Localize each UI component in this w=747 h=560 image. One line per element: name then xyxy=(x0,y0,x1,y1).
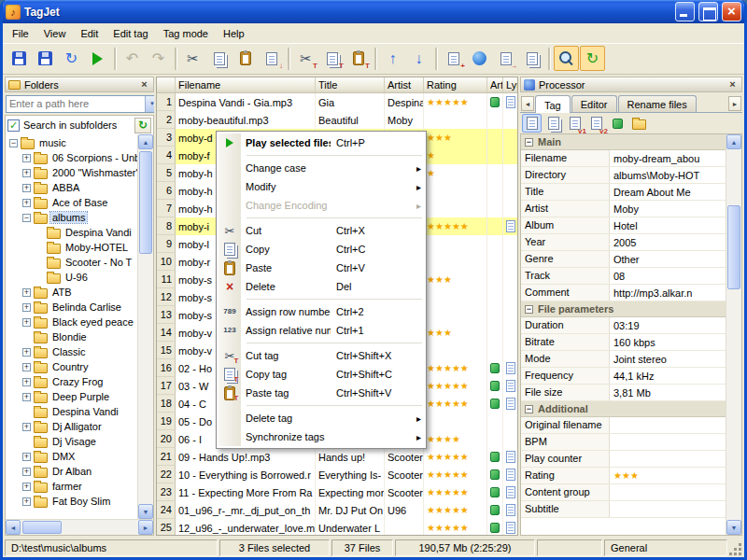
tree-item[interactable]: +DMX xyxy=(6,449,137,464)
web-button[interactable] xyxy=(467,46,492,71)
expand-toggle-icon[interactable]: + xyxy=(22,184,31,192)
section-main[interactable]: Main xyxy=(521,134,726,150)
copy-button[interactable] xyxy=(206,46,232,71)
menu-item-change-case[interactable]: Change case xyxy=(218,159,424,177)
tabs-scroll-left-icon[interactable] xyxy=(521,96,534,111)
move-up-button[interactable]: ↑ xyxy=(380,46,405,71)
field-value[interactable] xyxy=(610,434,726,450)
scroll-right-icon[interactable] xyxy=(138,520,153,535)
menu-item-play-selected-files[interactable]: Play selected filesCtrl+P xyxy=(218,133,424,152)
id3v2-button[interactable]: v2 xyxy=(586,114,606,133)
file-view-button[interactable] xyxy=(522,114,542,133)
field-value[interactable]: 160 kbps xyxy=(610,334,726,350)
redo-button[interactable]: ↷ xyxy=(146,46,171,71)
menu-edit-tag[interactable]: Edit tag xyxy=(106,25,155,42)
field-value[interactable]: Hotel xyxy=(610,217,726,233)
tree-vertical-scrollbar[interactable] xyxy=(137,134,153,519)
close-button[interactable] xyxy=(722,2,741,21)
menu-item-cut-tag[interactable]: ✂TCut tagCtrl+Shift+X xyxy=(218,346,424,365)
folder-view-button[interactable] xyxy=(629,114,649,133)
menu-help[interactable]: Help xyxy=(216,25,252,42)
tree-item[interactable]: +Belinda Carlise xyxy=(6,300,137,315)
col-art[interactable]: Art xyxy=(487,77,503,92)
cut-button[interactable]: ✂ xyxy=(180,46,205,71)
cut-tag-button[interactable]: ✂T xyxy=(293,46,318,71)
tree-item[interactable]: U-96 xyxy=(6,270,137,285)
expand-toggle-icon[interactable]: + xyxy=(22,393,31,401)
menu-item-cut[interactable]: ✂CutCtrl+X xyxy=(218,221,424,240)
table-row[interactable]: 2401_u96_r-_mr._dj_put_on_thMr. DJ Put O… xyxy=(157,501,517,519)
menu-item-change-encoding[interactable]: Change Encoding xyxy=(218,196,424,215)
collapse-icon[interactable] xyxy=(525,405,533,413)
tabs-scroll-right-icon[interactable] xyxy=(728,96,741,111)
tree-item[interactable]: Despina Vandi xyxy=(6,225,137,240)
expand-toggle-icon[interactable]: − xyxy=(22,214,31,222)
field-value[interactable]: albums\Moby-HOT xyxy=(610,167,726,183)
field-value[interactable]: 03:19 xyxy=(610,317,726,333)
paste-button[interactable] xyxy=(233,46,258,71)
tree-item[interactable]: +Deep Purple xyxy=(6,389,137,404)
tree-item[interactable]: +06 Scorpions - Unb xyxy=(6,150,137,165)
search-button[interactable] xyxy=(554,46,579,71)
tree-item[interactable]: Moby-HOTEL xyxy=(6,240,137,255)
field-value[interactable] xyxy=(610,501,726,517)
scroll-down-icon[interactable] xyxy=(138,504,153,519)
expand-toggle-icon[interactable]: + xyxy=(22,483,31,491)
album-art-button[interactable] xyxy=(608,114,627,133)
report-button[interactable] xyxy=(519,46,544,71)
paste-file-button[interactable]: ↓ xyxy=(259,46,284,71)
scroll-up-icon[interactable] xyxy=(726,134,741,149)
table-row[interactable]: 2311 - Expecting More From RaExpecting m… xyxy=(157,483,517,501)
scroll-left-icon[interactable] xyxy=(6,520,21,535)
col-filename[interactable]: Filename xyxy=(176,77,316,92)
undo-button[interactable]: ↶ xyxy=(120,46,145,71)
tree-item[interactable]: +Black eyed peace xyxy=(6,315,137,329)
scroll-thumb[interactable] xyxy=(727,205,740,289)
menu-item-paste[interactable]: PasteCtrl+V xyxy=(218,259,424,277)
tree-item[interactable]: +ABBA xyxy=(6,180,137,195)
menu-view[interactable]: View xyxy=(36,25,74,42)
playlist-button[interactable]: + xyxy=(441,46,466,71)
tree-item[interactable]: +farmer xyxy=(6,479,137,494)
expand-toggle-icon[interactable]: + xyxy=(22,318,31,327)
section-additional[interactable]: Additional xyxy=(521,401,726,417)
expand-toggle-icon[interactable]: + xyxy=(22,199,31,207)
save-all-button[interactable] xyxy=(33,46,58,71)
tree-item[interactable]: +Dj Alligator xyxy=(6,419,137,434)
scroll-down-icon[interactable] xyxy=(726,520,741,535)
field-value[interactable]: Other xyxy=(610,251,726,267)
scroll-thumb[interactable] xyxy=(139,151,152,254)
field-value[interactable]: http://mp3.alkar.n xyxy=(610,285,726,301)
tree-item[interactable]: Despina Vandi xyxy=(6,404,137,419)
expand-toggle-icon[interactable]: + xyxy=(22,363,31,371)
processor-close-icon[interactable] xyxy=(726,78,739,91)
copy-tag-button[interactable]: T xyxy=(319,46,345,71)
tab-tag[interactable]: Tag xyxy=(535,95,571,113)
field-value[interactable]: ★★★ xyxy=(610,468,726,483)
menu-item-synchronize-tags[interactable]: Synchronize tags xyxy=(218,427,424,446)
table-row[interactable]: 2moby-beautiful.mp3BeautifulMoby xyxy=(157,111,517,129)
collapse-icon[interactable] xyxy=(525,138,533,147)
refresh-folders-button[interactable] xyxy=(134,118,151,133)
expand-toggle-icon[interactable]: + xyxy=(22,169,31,177)
field-value[interactable] xyxy=(610,417,726,433)
field-value[interactable]: Joint stereo xyxy=(610,351,726,367)
menu-item-assign-relative-number[interactable]: 123Assign relative numberCtrl+1 xyxy=(218,321,424,340)
menu-item-modify[interactable]: Modify xyxy=(218,177,424,196)
tree-item[interactable]: Scooter - No T xyxy=(6,255,137,270)
field-value[interactable]: 3,81 Mb xyxy=(610,385,726,400)
path-dropdown-icon[interactable] xyxy=(145,96,154,112)
menu-item-delete[interactable]: ×DeleteDel xyxy=(218,277,424,296)
field-value[interactable]: 44,1 kHz xyxy=(610,368,726,384)
tree-item[interactable]: −albums xyxy=(6,210,137,225)
menu-edit[interactable]: Edit xyxy=(73,25,106,42)
tab-editor[interactable]: Editor xyxy=(571,95,617,112)
scroll-up-icon[interactable] xyxy=(138,134,153,149)
move-down-button[interactable]: ↓ xyxy=(406,46,431,71)
field-value[interactable]: moby-dream_abou xyxy=(610,150,726,166)
field-value[interactable]: 2005 xyxy=(610,234,726,250)
tree-item[interactable]: +Ace of Base xyxy=(6,195,137,210)
tree-item[interactable]: +Classic xyxy=(6,344,137,359)
field-value[interactable]: Moby xyxy=(610,201,726,217)
path-input[interactable] xyxy=(7,96,145,112)
